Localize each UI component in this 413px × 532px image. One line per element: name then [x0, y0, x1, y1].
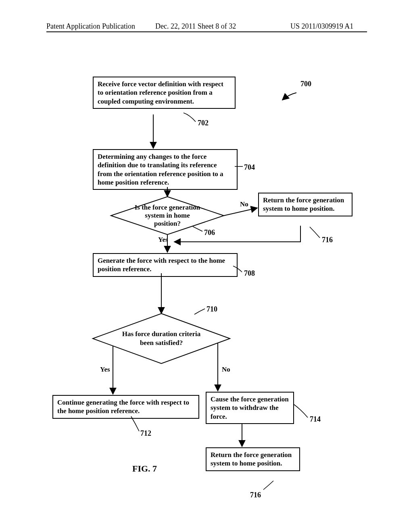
- ref-714: 714: [310, 415, 321, 424]
- leader-714: [294, 404, 308, 418]
- step-702: Receive force vector definition with res…: [93, 77, 236, 109]
- d706-line2: system in home: [145, 212, 190, 219]
- arrow-716a-back: [174, 226, 300, 242]
- header-rule: [46, 31, 367, 32]
- header-pubnumber: US 2011/0309919 A1: [290, 22, 353, 31]
- ref-702: 702: [198, 119, 209, 127]
- figure-label: FIG. 7: [132, 463, 157, 474]
- ref-706: 706: [204, 229, 215, 237]
- leader-702: [184, 113, 196, 122]
- ref-700: 700: [300, 80, 311, 88]
- label-710-yes: Yes: [100, 366, 110, 374]
- ref-716a: 716: [322, 236, 333, 244]
- label-710-no: No: [222, 366, 230, 374]
- patent-page: Patent Application Publication Dec. 22, …: [0, 0, 413, 532]
- header-publication: Patent Application Publication: [46, 22, 135, 31]
- d706-line3: position?: [154, 220, 181, 227]
- d710-line2: been satisfied?: [140, 339, 183, 347]
- ref-716b: 716: [250, 491, 261, 499]
- leader-710: [194, 309, 205, 314]
- leader-716b: [263, 481, 273, 490]
- leader-716a: [310, 227, 320, 238]
- d706-line1: Is the force generation: [135, 204, 200, 211]
- step-716a: Return the force generation system to ho…: [258, 193, 353, 216]
- decision-710: [93, 314, 230, 364]
- step-704: Determining any changes to the force def…: [93, 149, 238, 190]
- ref-710: 710: [206, 305, 217, 314]
- step-708: Generate the force with respect to the h…: [93, 253, 238, 277]
- label-706-yes: Yes: [158, 236, 168, 244]
- leader-706: [193, 227, 202, 231]
- ref-708: 708: [244, 269, 255, 278]
- arrow-706-716a: [224, 208, 257, 216]
- leader-712: [131, 416, 139, 431]
- header-date-sheet: Dec. 22, 2011 Sheet 8 of 32: [155, 22, 236, 31]
- step-714: Cause the force generation system to wit…: [206, 392, 294, 424]
- d710-line1: Has force duration criteria: [122, 330, 201, 338]
- step-712: Continue generating the force with respe…: [52, 395, 199, 419]
- ref-712: 712: [140, 429, 151, 438]
- ref-704: 704: [244, 163, 255, 172]
- label-706-no: No: [240, 200, 248, 208]
- leader-700: [282, 93, 296, 100]
- step-716b: Return the force generation system to ho…: [206, 447, 300, 471]
